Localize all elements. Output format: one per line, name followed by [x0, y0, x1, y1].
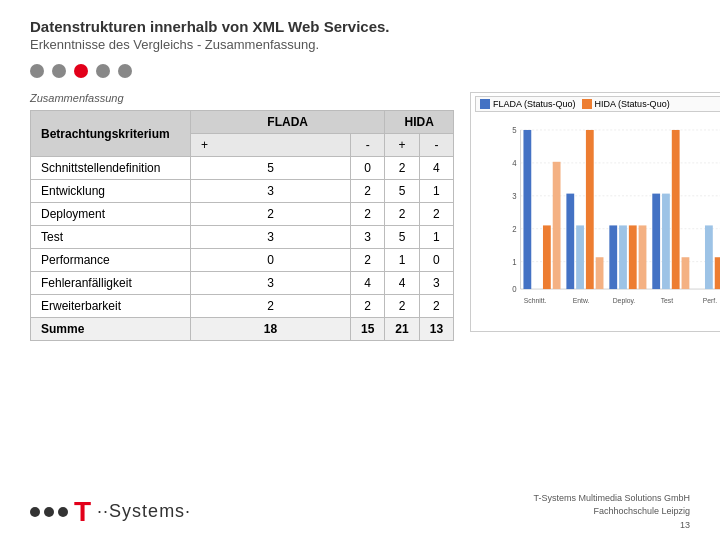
col-subheader-fm: -: [351, 134, 385, 157]
cell-hm: 2: [419, 203, 453, 226]
bar: [715, 257, 720, 289]
cell-label: Entwicklung: [31, 180, 191, 203]
nav-dot-2[interactable]: [52, 64, 66, 78]
cell-hm: 3: [419, 272, 453, 295]
legend-hida-box: [582, 99, 592, 109]
legend-flada-label: FLADA (Status-Quo): [493, 99, 576, 109]
cell-fp: 2: [191, 295, 351, 318]
cell-hm: 1: [419, 180, 453, 203]
col-subheader-hm: -: [419, 134, 453, 157]
bar: [639, 225, 647, 289]
bar: [705, 225, 713, 289]
cell-fp: 5: [191, 157, 351, 180]
bar: [609, 225, 617, 289]
comparison-table: Betrachtungskriterium FLADA HIDA + - + -…: [30, 110, 454, 341]
table-row: Performance 0 2 1 0: [31, 249, 454, 272]
cell-label: Performance: [31, 249, 191, 272]
page-subtitle: Erkenntnisse des Vergleichs - Zusammenfa…: [30, 37, 690, 52]
bar: [652, 194, 660, 289]
cell-label: Schnittstellendefinition: [31, 157, 191, 180]
nav-dots: [30, 64, 690, 78]
bar: [576, 225, 584, 289]
nav-dot-5[interactable]: [118, 64, 132, 78]
svg-text:5: 5: [512, 125, 517, 136]
svg-text:0: 0: [512, 284, 517, 295]
svg-text:Entw.: Entw.: [573, 296, 590, 306]
footer-text: T-Systems Multimedia Solutions GmbH Fach…: [533, 492, 690, 533]
chart-inner: 5 4 3 2 1 0: [501, 119, 720, 311]
cell-fm: 2: [351, 249, 385, 272]
footer: T ··Systems· T-Systems Multimedia Soluti…: [0, 492, 720, 533]
bar: [596, 257, 604, 289]
section-label: Zusammenfassung: [30, 92, 454, 104]
cell-summe-fm: 15: [351, 318, 385, 341]
col-header-criterion: Betrachtungskriterium: [31, 111, 191, 157]
chart-legend: FLADA (Status-Quo) HIDA (Status-Quo): [475, 96, 720, 112]
bar: [566, 194, 574, 289]
col-header-flada: FLADA: [191, 111, 385, 134]
cell-label: Fehleranfälligkeit: [31, 272, 191, 295]
legend-hida: HIDA (Status-Quo): [582, 99, 670, 109]
page-title: Datenstrukturen innerhalb von XML Web Se…: [30, 18, 690, 35]
cell-fm: 2: [351, 295, 385, 318]
table-row: Schnittstellendefinition 5 0 2 4: [31, 157, 454, 180]
table-row: Deployment 2 2 2 2: [31, 203, 454, 226]
bar: [586, 130, 594, 289]
footer-company: T-Systems Multimedia Solutions GmbH: [533, 493, 690, 503]
legend-hida-label: HIDA (Status-Quo): [595, 99, 670, 109]
bar: [619, 225, 627, 289]
table-row: Entwicklung 3 2 5 1: [31, 180, 454, 203]
logo-dot-1: [30, 507, 40, 517]
bar: [672, 130, 680, 289]
svg-text:Perf.: Perf.: [703, 296, 717, 306]
bar: [524, 130, 532, 289]
cell-fp: 3: [191, 180, 351, 203]
cell-summe-hm: 13: [419, 318, 453, 341]
cell-hp: 2: [385, 203, 419, 226]
cell-hp: 2: [385, 295, 419, 318]
bar: [553, 162, 561, 289]
cell-hp: 2: [385, 157, 419, 180]
nav-dot-1[interactable]: [30, 64, 44, 78]
bar: [543, 225, 551, 289]
logo-systems-text: ··Systems·: [97, 501, 191, 522]
table-header-row: Betrachtungskriterium FLADA HIDA: [31, 111, 454, 134]
table-summe-row: Summe 18 15 21 13: [31, 318, 454, 341]
cell-fm: 4: [351, 272, 385, 295]
cell-fp: 3: [191, 226, 351, 249]
left-section: Zusammenfassung Betrachtungskriterium FL…: [30, 92, 454, 341]
col-subheader-fp: +: [191, 134, 351, 157]
svg-text:Deploy.: Deploy.: [613, 296, 636, 306]
chart-svg: 5 4 3 2 1 0: [501, 119, 720, 311]
logo-dots: [30, 507, 68, 517]
cell-hm: 4: [419, 157, 453, 180]
cell-hm: 2: [419, 295, 453, 318]
cell-summe-fp: 18: [191, 318, 351, 341]
nav-dot-3[interactable]: [74, 64, 88, 78]
bar: [629, 225, 637, 289]
logo-dot-2: [44, 507, 54, 517]
table-row: Erweiterbarkeit 2 2 2 2: [31, 295, 454, 318]
bar: [662, 194, 670, 289]
cell-hp: 1: [385, 249, 419, 272]
cell-fp: 3: [191, 272, 351, 295]
cell-hp: 4: [385, 272, 419, 295]
cell-fm: 0: [351, 157, 385, 180]
nav-dot-4[interactable]: [96, 64, 110, 78]
cell-fp: 2: [191, 203, 351, 226]
cell-hm: 1: [419, 226, 453, 249]
cell-label: Erweiterbarkeit: [31, 295, 191, 318]
cell-summe-hp: 21: [385, 318, 419, 341]
col-subheader-hp: +: [385, 134, 419, 157]
cell-label: Deployment: [31, 203, 191, 226]
cell-fm: 2: [351, 203, 385, 226]
svg-text:3: 3: [512, 191, 517, 202]
table-row: Test 3 3 5 1: [31, 226, 454, 249]
cell-hp: 5: [385, 180, 419, 203]
logo-dot-3: [58, 507, 68, 517]
legend-flada: FLADA (Status-Quo): [480, 99, 576, 109]
svg-text:2: 2: [512, 224, 517, 235]
logo-t-letter: T: [74, 496, 91, 528]
footer-page: 13: [680, 520, 690, 530]
footer-institute: Fachhochschule Leipzig: [593, 506, 690, 516]
